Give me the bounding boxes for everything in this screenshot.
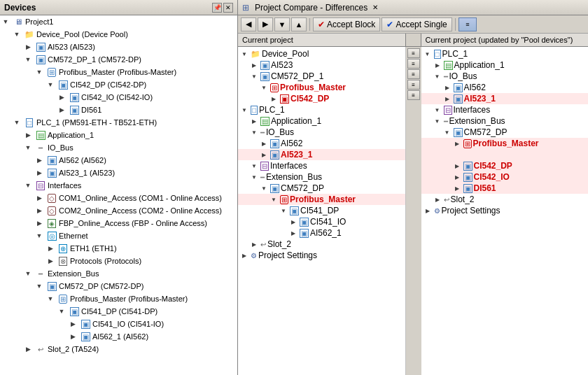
tree-item[interactable]: ▶◇COM2_Online_Access (COM2 - Online Acce… — [0, 204, 237, 217]
tree-item[interactable]: ▶▣CI541_IO (CI541-IO) — [0, 318, 237, 330]
expand-icon[interactable]: ▼ — [433, 116, 442, 126]
tree-item[interactable]: ▶◈FBP_Online_Access (FBP - Online Access… — [0, 217, 237, 229]
tree-expand-icon[interactable]: ▼ — [11, 117, 22, 128]
tree-expand-icon[interactable]: ▶ — [22, 41, 34, 52]
compare-row[interactable]: ▼⊞Profibus_Master — [238, 82, 405, 93]
compare-row[interactable]: ▶▤Application_1 — [421, 59, 589, 71]
expand-icon[interactable]: ▶ — [259, 150, 269, 160]
tree-expand-icon[interactable]: ▶ — [45, 255, 56, 267]
tree-expand-icon[interactable]: ▼ — [34, 281, 45, 292]
compare-row[interactable]: ▼▣CM572_DP — [238, 183, 405, 194]
down-button[interactable]: ▼ — [274, 17, 290, 31]
compare-row[interactable]: ▼━IO_Bus — [421, 71, 589, 82]
expand-icon[interactable]: ▶ — [433, 194, 442, 204]
tree-item[interactable]: ▶⊕ETH1 (ETH1) — [0, 242, 237, 255]
tree-expand-icon[interactable]: ▶ — [22, 344, 34, 355]
tree-expand-icon[interactable]: ▼ — [56, 306, 67, 317]
tree-item[interactable]: ▶▣AI523 (AI523) — [0, 41, 237, 53]
expand-icon[interactable]: ▼ — [239, 105, 249, 115]
expand-icon[interactable]: ▼ — [249, 161, 259, 171]
tree-item[interactable]: ▶▤Application_1 — [0, 129, 237, 141]
diff-arrow-button[interactable]: ≡ — [407, 59, 420, 69]
tree-expand-icon[interactable]: ▶ — [34, 167, 45, 178]
tree-expand-icon[interactable]: ▼ — [34, 66, 45, 78]
tree-item[interactable]: ▼🖥Project1 — [0, 15, 237, 28]
tree-item[interactable]: ▼□PLC_1 (PM591-ETH - TB521-ETH) — [0, 116, 237, 129]
diff-arrow-button[interactable]: ≡ — [407, 90, 420, 100]
tree-item[interactable]: ▼◎Ethernet — [0, 229, 237, 242]
expand-icon[interactable]: ▼ — [269, 194, 279, 204]
expand-icon[interactable]: ▼ — [433, 105, 442, 115]
expand-icon[interactable]: ▶ — [288, 228, 298, 238]
diff-arrow-button[interactable]: ≡ — [407, 48, 420, 58]
compare-row[interactable]: ▶▣CI541_IO — [238, 216, 405, 227]
tree-item[interactable]: ▼▣CM572_DP_1 (CM572-DP) — [0, 53, 237, 66]
compare-row[interactable]: ▶▣CI542_DP — [238, 93, 405, 104]
accept-block-button[interactable]: ✔ Accept Block — [313, 17, 380, 31]
tree-item[interactable]: ▶⊗Protocols (Protocols) — [0, 255, 237, 267]
tree-expand-icon[interactable]: ▶ — [34, 218, 45, 229]
tree-expand-icon[interactable]: ▶ — [56, 104, 67, 115]
tree-item[interactable]: ▼📁Device_Pool (Device Pool) — [0, 28, 237, 41]
expand-icon[interactable]: ▶ — [442, 83, 452, 92]
expand-icon[interactable]: ▶ — [249, 239, 259, 249]
tree-expand-icon[interactable]: ▼ — [22, 142, 34, 153]
compare-row[interactable]: ▼▣CM572_DP_1 — [238, 71, 405, 82]
tree-item[interactable]: ▶◇COM1_Online_Access (COM1 - Online Acce… — [0, 192, 237, 204]
compare-row[interactable]: ▼📁Device_Pool — [238, 48, 405, 59]
expand-icon[interactable]: ▶ — [442, 94, 452, 104]
tree-item[interactable]: ▶↩Slot_2 (TA524) — [0, 343, 237, 355]
compare-row[interactable]: ▶▣DI561 — [421, 183, 589, 194]
compare-row[interactable]: ▶▣CI542_DP — [421, 160, 589, 171]
accept-single-button[interactable]: ✔ Accept Single — [382, 17, 451, 31]
expand-icon[interactable]: ▼ — [249, 127, 259, 137]
tree-expand-icon[interactable]: ▶ — [67, 331, 78, 342]
compare-row[interactable]: ▶▣AI562 — [421, 82, 589, 93]
expand-icon[interactable]: ▶ — [249, 60, 259, 70]
back-button[interactable]: ◀ — [241, 17, 256, 31]
tree-item[interactable]: ▼⊞Profibus_Master (Profibus-Master) — [0, 292, 237, 305]
expand-icon[interactable]: ▶ — [452, 172, 462, 182]
up-button[interactable]: ▲ — [291, 17, 307, 31]
compare-row[interactable]: ▶⚙Project Settings — [421, 205, 589, 216]
expand-icon[interactable]: ▼ — [259, 83, 269, 92]
tree-expand-icon[interactable]: ▶ — [56, 92, 67, 103]
compare-row[interactable]: ▶▣AI562 — [238, 138, 405, 149]
compare-row[interactable]: ▼□PLC_1 — [238, 104, 405, 115]
tree-expand-icon[interactable]: ▼ — [45, 79, 56, 90]
expand-icon[interactable]: ▶ — [259, 139, 269, 148]
compare-row[interactable]: ▼⊟Interfaces — [421, 104, 589, 115]
compare-row[interactable]: ▶↩Slot_2 — [421, 194, 589, 205]
tree-expand-icon[interactable]: ▶ — [34, 192, 45, 204]
tree-expand-icon[interactable]: ▶ — [67, 318, 78, 330]
expand-icon[interactable]: ▼ — [249, 71, 259, 81]
expand-icon[interactable]: ▶ — [249, 116, 259, 126]
right-compare-tree[interactable]: ▼□PLC_1▶▤Application_1▼━IO_Bus▶▣AI562▶▣A… — [421, 47, 589, 375]
diff-arrow-button[interactable]: ≡ — [407, 69, 420, 79]
expand-icon[interactable]: ▶ — [433, 60, 442, 70]
compare-row[interactable]: ▶⊞Profibus_Master — [421, 138, 589, 149]
tree-item[interactable]: ▼▣CI542_DP (CI542-DP) — [0, 78, 237, 91]
compare-row[interactable]: ▼▣CM572_DP — [421, 127, 589, 138]
expand-icon[interactable]: ▼ — [442, 127, 452, 137]
diff-arrow-button[interactable]: ≡ — [407, 80, 420, 90]
tree-item[interactable]: ▼━Extension_Bus — [0, 267, 237, 280]
close-left-button[interactable]: ✕ — [223, 3, 233, 13]
tree-item[interactable]: ▼▣CM572_DP (CM572-DP) — [0, 280, 237, 292]
tree-expand-icon[interactable]: ▼ — [11, 29, 22, 40]
expand-icon[interactable]: ▶ — [269, 94, 279, 104]
view-toggle-button[interactable]: ≡ — [458, 17, 477, 31]
expand-icon[interactable]: ▶ — [239, 250, 249, 260]
compare-row[interactable]: ▶▣AI562_1 — [238, 227, 405, 239]
tree-item[interactable]: ▼⊞Profibus_Master (Profibus-Master) — [0, 66, 237, 78]
expand-icon[interactable]: ▼ — [239, 49, 249, 59]
expand-icon[interactable]: ▼ — [249, 172, 259, 182]
compare-row[interactable]: ▼━IO_Bus — [238, 127, 405, 138]
expand-icon[interactable]: ▼ — [279, 206, 288, 215]
compare-row[interactable]: ▼□PLC_1 — [421, 48, 589, 59]
compare-row[interactable]: ▶↩Slot_2 — [238, 239, 405, 250]
forward-button[interactable]: ▶ — [258, 17, 273, 31]
compare-row[interactable]: ▼▣CI541_DP — [238, 205, 405, 216]
tree-item[interactable]: ▼▣CI541_DP (CI541-DP) — [0, 305, 237, 318]
tree-item[interactable]: ▶▣AI562_1 (AI562) — [0, 330, 237, 343]
